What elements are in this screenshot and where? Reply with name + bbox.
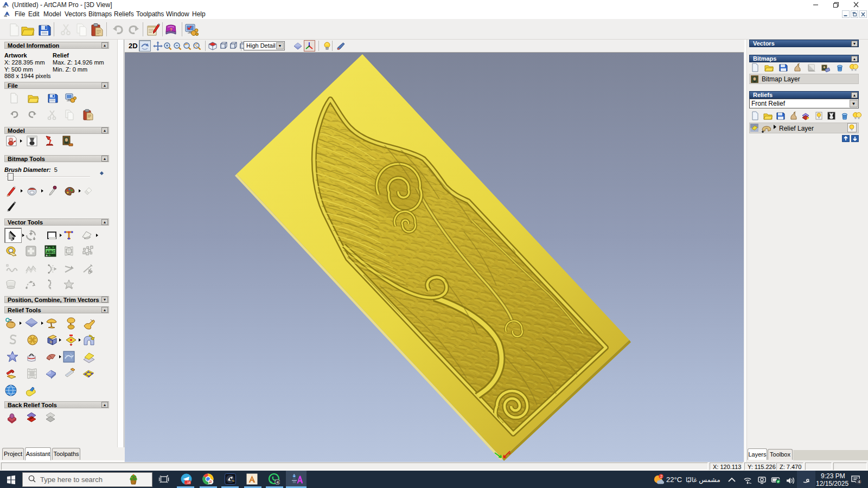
svg-text:..18: ..18 xyxy=(186,481,190,484)
svg-text:ABC: ABC xyxy=(46,249,56,254)
svg-text:2: 2 xyxy=(660,474,662,479)
svg-text:?: ? xyxy=(170,27,173,32)
svg-text:b: b xyxy=(50,340,52,344)
svg-text:4: 4 xyxy=(277,480,279,485)
svg-text:4: 4 xyxy=(858,479,861,484)
